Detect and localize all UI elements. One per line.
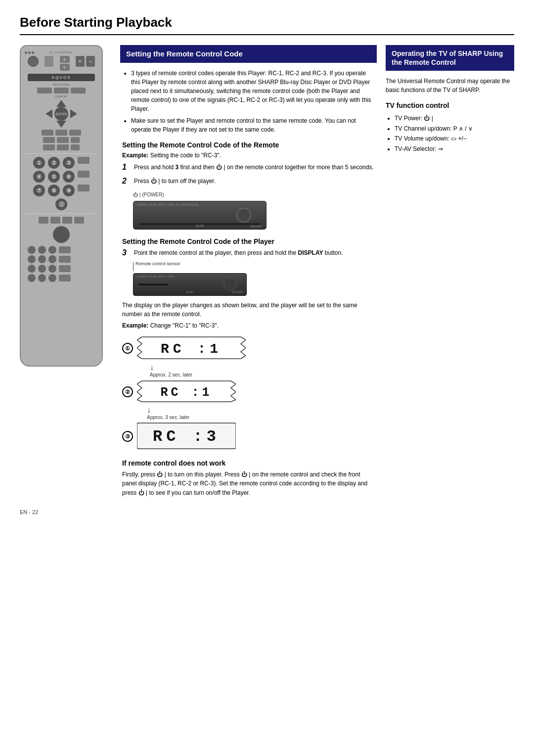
sm-btn-6 [43, 144, 55, 150]
num-6: ⑥ [63, 171, 75, 183]
popup-btn [71, 88, 86, 94]
display-examples: ① RC :1 [122, 335, 375, 451]
arrow-label-1: ↓ Approx. 2 sec. later [150, 363, 375, 378]
extra-rect-1 [59, 246, 71, 253]
svg-text:RC :1: RC :1 [161, 341, 222, 357]
display-screen-svg-1: RC :1 [137, 335, 246, 361]
tv-function-list: TV Power: ⏻ | TV Channel up/down: P ∧ / … [386, 113, 514, 154]
remote-vol-cluster: ∧ ∨ [60, 56, 70, 71]
example-remote-code: Example: Setting the code to "RC-3". [122, 152, 375, 159]
player-labels-top: HDMI PCM DRC OSD PLAY/PAUSE [137, 203, 199, 206]
if-remote-header: If remote control does not work [122, 459, 375, 467]
transport-btn-3 [62, 217, 72, 224]
setup-btn [54, 88, 69, 94]
transport-btn-4 [74, 217, 84, 224]
nav-right-arrow [70, 109, 77, 118]
if-remote-text: Firstly, press ⏻ | to turn on this playe… [122, 470, 375, 498]
sm-btn-3 [69, 130, 81, 136]
svg-text:RC :3: RC :3 [153, 427, 220, 446]
sm-plus [71, 137, 80, 143]
arrow-label-2: ↓ Approx. 3 sec. later [147, 406, 375, 420]
step-1-num: 1 [122, 163, 130, 172]
aquos-banner: AQUOS [28, 74, 95, 81]
page-title: Before Starting Playback [20, 15, 514, 35]
bullet-1: 3 types of remote control codes operate … [131, 69, 375, 113]
num-rect-1 [78, 157, 89, 164]
bullet-2: Make sure to set the Player and remote c… [131, 116, 375, 134]
tv-function-item-4: TV-AV Selector: ⇒ [395, 144, 514, 154]
remote-top-indicator: TV CONTROL [25, 51, 98, 54]
sm-btn-4 [43, 137, 55, 143]
example-text-span: Setting the code to "RC-3". [150, 152, 221, 159]
sm-btn-1 [42, 130, 53, 136]
extra-circle-4 [28, 255, 36, 263]
dot-2 [28, 51, 31, 54]
tv-control-label: TV CONTROL [49, 51, 73, 54]
dot-3 [32, 51, 34, 54]
step-3: 3 Point the remote control at the player… [122, 248, 375, 257]
player-disc [236, 208, 251, 223]
approx-label-2: Approx. 3 sec. later [147, 415, 189, 420]
numpad-row-4: ⓪ [27, 198, 96, 210]
num-0: ⓪ [55, 198, 67, 210]
display-screen-wrapper-3: RC :3 [137, 422, 236, 451]
display-circle-1: ① [122, 343, 133, 354]
numpad-row-3: ⑦ ⑧ ⑨ [27, 185, 96, 196]
nav-middle-row: ENTER [45, 107, 77, 121]
display-circle-3: ③ [122, 431, 133, 442]
sm-btn-7 [57, 144, 69, 150]
sensor-arrow: Remote control sensor [133, 262, 375, 271]
num-7: ⑦ [33, 185, 45, 196]
plus-btn: + [76, 56, 85, 67]
num-5: ⑤ [48, 171, 60, 183]
page-footer: EN - 22 [20, 509, 514, 515]
tv-btn [37, 88, 52, 94]
sm-btn-5 [57, 137, 69, 143]
display-screen-wrapper-2: RC :1 [137, 379, 236, 405]
step-1: 1 Press and hold 3 first and then ⏻ | on… [122, 163, 375, 172]
section-main-body: 3 types of remote control codes operate … [120, 69, 377, 498]
small-buttons-row-2 [25, 137, 98, 143]
transport-btn-1 [39, 217, 48, 224]
sensor-label: Remote control sensor [135, 261, 180, 266]
extra-row-1 [28, 246, 95, 254]
extra-circle-7 [28, 265, 36, 273]
dot-1 [25, 51, 27, 54]
remote-control-image: TV CONTROL ∧ ∨ + − AQUOS BD PLAYER [20, 45, 103, 367]
sm-btn-2 [55, 130, 67, 136]
extra-circle-5 [38, 255, 46, 263]
num-2: ② [48, 157, 60, 169]
remote-bottom-rows [25, 246, 98, 282]
power-symbol-label: ⏻ | (POWER) [133, 192, 164, 197]
extra-rect-4 [59, 275, 71, 282]
num-8: ⑧ [48, 185, 60, 196]
display-row-1: ① RC :1 [122, 335, 375, 362]
num-1: ① [33, 157, 45, 169]
step-3-num: 3 [122, 248, 130, 257]
num-9: ⑨ [63, 185, 75, 196]
approx-label-1: Approx. 2 sec. later [150, 372, 192, 378]
extra-circle-3 [48, 246, 56, 254]
extra-circle-11 [38, 274, 46, 282]
extra-circle-12 [48, 274, 56, 282]
display-screen-svg-2: RC :1 [137, 379, 236, 403]
example-label: Example: [122, 152, 148, 159]
sub-header-player: Setting the Remote Control Code of the P… [122, 237, 375, 245]
nav-enter-button: ENTER [54, 107, 68, 121]
remote-plus-minus: + − [76, 56, 95, 71]
player-sm-brand: SHARP [232, 290, 244, 294]
right-column: Operating the TV of SHARP Using the Remo… [386, 45, 514, 497]
extra-circle-6 [48, 255, 56, 263]
main-bullet-list: 3 types of remote control codes operate … [122, 69, 375, 134]
display-row-3: ③ RC :3 [122, 422, 375, 451]
remote-numpad: ① ② ③ ④ ⑤ ⑥ ⑦ ⑧ ⑨ ⓪ [27, 157, 96, 210]
display-btn-label: DISPLAY [25, 95, 98, 98]
player-sm-labels: HDMI PCM DRC OSD [137, 275, 175, 278]
player-sm-dvd: DVD [186, 290, 194, 294]
extra-circle-9 [48, 265, 56, 273]
display-bold: DISPLAY [298, 249, 323, 256]
step-2-num: 2 [122, 177, 130, 186]
numpad-row-2: ④ ⑤ ⑥ [27, 171, 96, 183]
arrow-down-icon-1: ↓ [150, 363, 154, 372]
step-2: 2 Press ⏻ | to turn off the player. [122, 177, 375, 186]
